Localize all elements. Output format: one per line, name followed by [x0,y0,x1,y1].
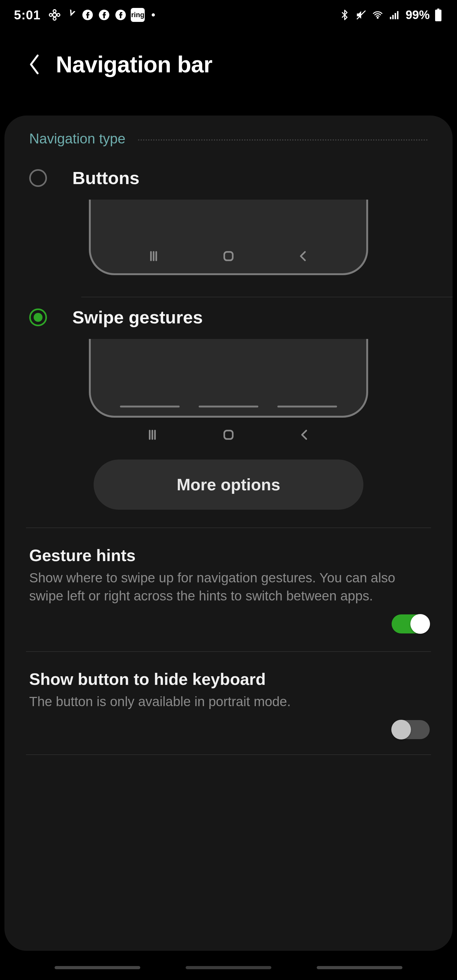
svg-point-3 [53,10,56,13]
battery-percentage: 99% [406,8,430,22]
device-recents-hint[interactable] [54,966,140,969]
section-header-navigation-type: Navigation type [5,131,452,158]
svg-rect-13 [397,11,399,19]
recents-icon [146,428,159,441]
radio-buttons[interactable] [29,169,47,187]
setting-show-keyboard-button[interactable]: Show button to hide keyboard The button … [5,652,452,711]
facebook-icon-2 [98,9,110,21]
preview-gesture-hints [91,406,366,416]
divider [26,754,431,755]
svg-rect-11 [392,15,394,19]
setting-gesture-hints-title: Gesture hints [29,546,428,565]
app-header: Navigation bar [0,30,457,116]
svg-point-9 [377,18,378,18]
back-nav-icon [298,428,311,441]
status-clock: 5:01 [14,8,41,22]
switch-gesture-hints[interactable] [392,614,430,633]
preview-gestures-nav-labels [89,428,368,441]
recents-icon [147,250,160,262]
option-buttons-label: Buttons [72,167,140,188]
preview-gestures [89,339,368,418]
wifi-icon [371,9,384,21]
svg-rect-14 [437,9,439,10]
facebook-icon-1 [81,9,94,21]
status-bar: 5:01 ring 99% [0,0,457,30]
yale-app-icon [48,9,61,21]
status-right: 99% [338,8,443,22]
setting-gesture-hints-desc: Show where to swipe up for navigation ge… [29,569,428,605]
device-gesture-nav-bar[interactable] [0,960,457,980]
device-back-hint[interactable] [317,966,403,969]
battery-icon [433,9,443,21]
svg-rect-15 [435,10,441,21]
svg-point-1 [49,14,53,16]
svg-rect-12 [395,13,396,19]
setting-gesture-hints[interactable]: Gesture hints Show where to swipe up for… [5,528,452,605]
setting-show-keyboard-button-title: Show button to hide keyboard [29,670,428,689]
home-icon [222,250,235,262]
svg-point-4 [53,18,56,20]
svg-rect-10 [390,17,391,19]
back-button[interactable] [25,56,43,73]
facebook-icon-3 [114,9,127,21]
option-swipe-gestures-label: Swipe gestures [72,307,203,328]
svg-point-0 [53,13,56,17]
device-home-hint[interactable] [186,966,271,969]
switch-show-keyboard-button[interactable] [392,720,430,739]
section-title: Navigation type [29,131,125,146]
svg-rect-23 [225,431,233,439]
preview-buttons-nav [91,250,366,273]
setting-show-keyboard-button-desc: The button is only available in portrait… [29,692,428,711]
option-swipe-gestures[interactable]: Swipe gestures More options [5,298,452,510]
option-buttons[interactable]: Buttons [5,158,452,275]
chevron-left-icon [27,53,41,76]
svg-rect-19 [225,252,233,261]
mute-icon [355,9,368,21]
signal-icon [388,9,401,21]
status-left: 5:01 ring [14,8,155,22]
settings-panel: Navigation type Buttons Swipe gestures [5,116,452,951]
svg-point-2 [57,14,60,16]
messaging-icon [65,9,78,21]
ring-app-icon: ring [131,8,145,22]
more-notifications-dot-icon [152,13,155,16]
page-title: Navigation bar [56,51,212,78]
bluetooth-icon [338,9,351,21]
more-options-button[interactable]: More options [94,460,363,510]
back-nav-icon [297,250,310,262]
section-divider-dotted [138,139,428,141]
home-icon [222,428,235,441]
preview-buttons [89,200,368,275]
radio-swipe-gestures[interactable] [29,309,47,326]
